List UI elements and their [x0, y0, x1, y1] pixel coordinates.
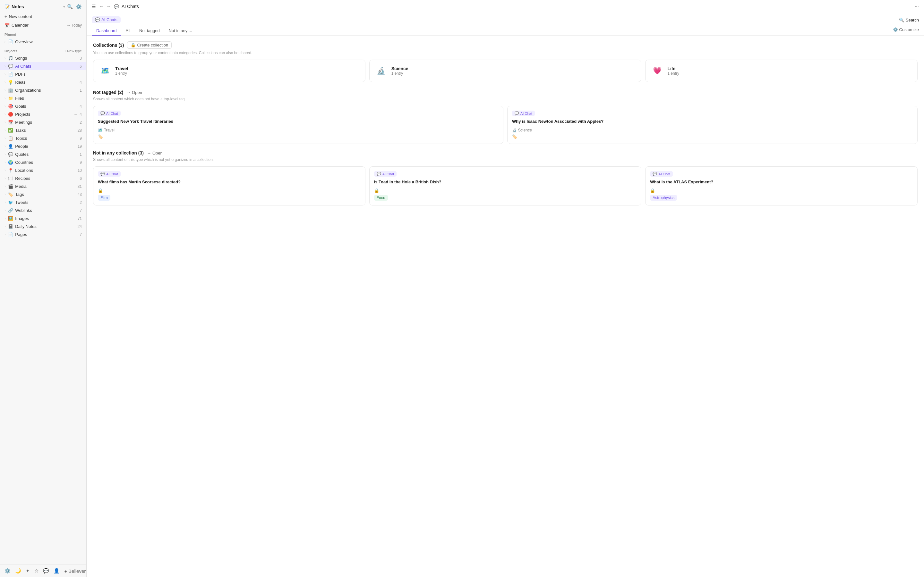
- sidebar-item-tasks[interactable]: › ✅ Tasks 28: [0, 126, 86, 134]
- search-button[interactable]: 🔍 Search: [899, 18, 919, 25]
- tab-all[interactable]: All: [121, 26, 135, 35]
- moon-icon[interactable]: 🌙: [15, 568, 21, 574]
- travel-collection-count: 1 entry: [115, 71, 128, 76]
- chat-card-ny-travel[interactable]: 💬 AI Chat Suggested New York Travel Itin…: [93, 106, 503, 144]
- sidebar-item-goals[interactable]: › 🎯 Goals 4: [0, 102, 86, 110]
- chevron-icon: ›: [5, 121, 5, 124]
- chat-card-toad[interactable]: 💬 AI Chat Is Toad in the Hole a British …: [369, 166, 642, 205]
- files-label: Files: [15, 96, 82, 101]
- collections-section: Collections (3) 🔒 Create collection You …: [93, 41, 918, 82]
- sidebar-item-pages[interactable]: › 📄 Pages 7: [0, 230, 86, 239]
- sidebar-item-media[interactable]: › 🎬 Media 31: [0, 182, 86, 190]
- chat-card-newton[interactable]: 💬 AI Chat Why is Isaac Newton Associated…: [507, 106, 918, 144]
- tab-dashboard[interactable]: Dashboard: [92, 26, 121, 35]
- countries-count: 9: [79, 160, 82, 165]
- settings-icon[interactable]: ⚙️: [76, 4, 82, 10]
- tab-not-in-any[interactable]: Not in any ...: [164, 26, 197, 35]
- collection-card-travel[interactable]: 🗺️ Travel 1 entry: [93, 60, 365, 82]
- collection-card-science[interactable]: 🔬 Science 1 entry: [369, 60, 642, 82]
- ai-chat-badge: 💬 AI Chat: [512, 111, 535, 116]
- images-label: Images: [15, 216, 75, 221]
- list-view-icon[interactable]: ☰: [92, 4, 96, 9]
- daily-notes-icon: 📓: [8, 224, 13, 229]
- sidebar-item-quotes[interactable]: › 💬 Quotes 1: [0, 150, 86, 158]
- tag-label: Science: [518, 128, 532, 132]
- meetings-count: 2: [79, 120, 82, 125]
- badge-icon: 💬: [100, 111, 105, 115]
- meetings-icon: 📅: [8, 120, 13, 125]
- ai-chats-chip[interactable]: 💬 AI Chats: [92, 16, 121, 23]
- sidebar-item-files[interactable]: › 📁 Files: [0, 94, 86, 102]
- travel-collection-name: Travel: [115, 66, 128, 71]
- create-collection-button[interactable]: 🔒 Create collection: [127, 41, 172, 49]
- sidebar-item-tags[interactable]: › 🏷️ Tags 43: [0, 190, 86, 198]
- sidebar-item-organizations[interactable]: › 🏢 Organizations 1: [0, 86, 86, 94]
- sidebar-item-locations[interactable]: › 📍 Locations 10: [0, 166, 86, 174]
- sidebar-item-tweets[interactable]: › 🐦 Tweets 2: [0, 198, 86, 206]
- science-collection-count: 1 entry: [391, 71, 409, 76]
- badge-icon: 💬: [376, 172, 381, 176]
- new-content-button[interactable]: + New content: [0, 12, 86, 21]
- projects-more-icon[interactable]: ···: [74, 112, 77, 117]
- badge-label: AI Chat: [383, 172, 394, 176]
- sidebar-item-projects[interactable]: › 🔴 Projects ··· 4: [0, 110, 86, 118]
- tab-not-tagged[interactable]: Not tagged: [135, 26, 164, 35]
- sidebar-item-ideas[interactable]: › 💡 Ideas 4: [0, 78, 86, 86]
- sidebar-item-songs[interactable]: › 🎵 Songs 3: [0, 54, 86, 62]
- ideas-icon: 💡: [8, 80, 13, 85]
- chip-icon: 💬: [95, 17, 100, 22]
- badge-label: AI Chat: [658, 172, 670, 176]
- forward-button[interactable]: →: [105, 3, 111, 10]
- pdfs-label: PDFs: [15, 72, 82, 77]
- not-tagged-open-button[interactable]: → Open: [126, 90, 142, 95]
- sparkle-icon[interactable]: ✦: [26, 568, 30, 574]
- sidebar-item-pdfs[interactable]: › 📄 PDFs: [0, 70, 86, 78]
- tasks-count: 28: [78, 128, 82, 133]
- sidebar-item-topics[interactable]: › 📋 Topics 9: [0, 134, 86, 142]
- life-collection-name: Life: [667, 66, 679, 71]
- sidebar-item-people[interactable]: › 👤 People 19: [0, 142, 86, 150]
- tags-icon: 🏷️: [8, 192, 13, 197]
- new-type-button[interactable]: + New type: [64, 49, 82, 53]
- not-in-collection-open-button[interactable]: → Open: [147, 151, 163, 155]
- sidebar-item-meetings[interactable]: › 📅 Meetings 2: [0, 118, 86, 126]
- not-in-collection-cards: 💬 AI Chat What films has Martin Scorsese…: [93, 166, 918, 205]
- badge-icon: 💬: [653, 172, 657, 176]
- organizations-label: Organizations: [15, 88, 78, 93]
- back-button[interactable]: ←: [99, 3, 104, 10]
- sidebar-item-daily-notes[interactable]: › 📓 Daily Notes 24: [0, 222, 86, 230]
- calendar-item[interactable]: 📅 Calendar → Today: [0, 21, 86, 29]
- search-icon[interactable]: 🔍: [67, 4, 73, 10]
- tag-label: Travel: [104, 128, 115, 132]
- collection-card-life[interactable]: 💗 Life 1 entry: [645, 60, 918, 82]
- user-footer-icon[interactable]: 👤: [53, 568, 60, 574]
- star-icon[interactable]: ☆: [34, 568, 39, 574]
- tweets-label: Tweets: [15, 200, 78, 205]
- sidebar-item-countries[interactable]: › 🌍 Countries 9: [0, 158, 86, 166]
- badge-label: AI Chat: [106, 172, 118, 176]
- not-in-collection-section: Not in any collection (3) → Open Shows a…: [93, 150, 918, 205]
- more-options-button[interactable]: ···: [915, 3, 919, 9]
- sidebar-item-recipes[interactable]: › 🍽️ Recipes 6: [0, 174, 86, 182]
- settings-footer-icon[interactable]: ⚙️: [5, 568, 11, 574]
- sidebar-item-overview[interactable]: › 📄 Overview: [0, 38, 86, 46]
- people-count: 19: [78, 144, 82, 149]
- customize-label: Customize: [899, 27, 919, 32]
- believer-dot: ●: [64, 568, 67, 574]
- science-collection-name: Science: [391, 66, 409, 71]
- organizations-count: 1: [79, 88, 82, 93]
- pages-count: 7: [79, 232, 82, 237]
- sidebar-item-ai-chats[interactable]: › 💬 AI Chats 6: [0, 62, 86, 70]
- arrow-right-icon: →: [147, 151, 151, 155]
- card-title: Why is Isaac Newton Associated with Appl…: [512, 119, 913, 124]
- chat-card-atlas[interactable]: 💬 AI Chat What is the ATLAS Experiment? …: [645, 166, 918, 205]
- message-icon[interactable]: 💬: [43, 568, 49, 574]
- sidebar-item-weblinks[interactable]: › 🔗 Weblinks 7: [0, 206, 86, 214]
- songs-label: Songs: [15, 56, 78, 61]
- quotes-icon: 💬: [8, 152, 13, 157]
- chat-card-scorsese[interactable]: 💬 AI Chat What films has Martin Scorsese…: [93, 166, 365, 205]
- tabs: Dashboard All Not tagged Not in any ...: [92, 26, 197, 35]
- sidebar-item-images[interactable]: › 🖼️ Images 71: [0, 214, 86, 222]
- chevron-icon: ›: [5, 73, 5, 76]
- customize-button[interactable]: ⚙️ Customize: [893, 27, 919, 35]
